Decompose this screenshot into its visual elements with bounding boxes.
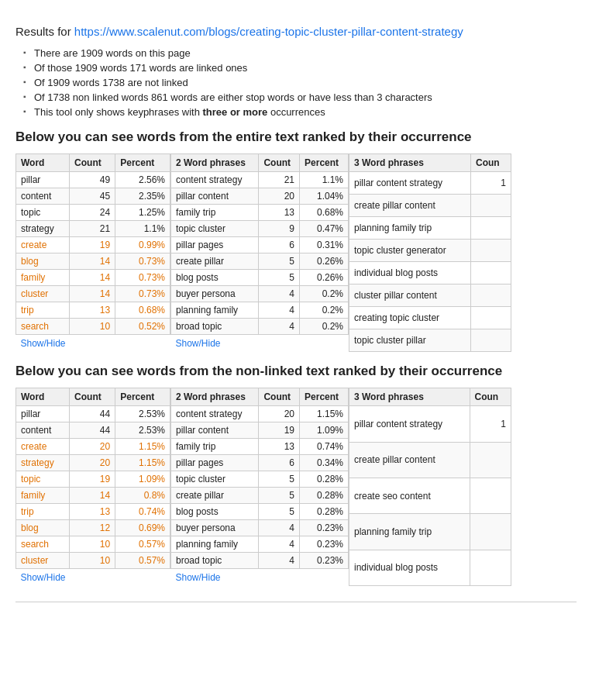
- percent-cell: 0.74%: [300, 439, 349, 455]
- phrase-cell: buyer persona: [171, 520, 259, 536]
- phrase-cell: planning family: [171, 536, 259, 553]
- table-row: search100.57%: [16, 536, 170, 553]
- phrase-cell: pillar content: [171, 422, 259, 439]
- table-row: planning family trip: [349, 217, 511, 240]
- table-row: pillar pages60.31%: [171, 237, 349, 253]
- percent-cell: 0.23%: [300, 553, 349, 569]
- count-cell: 12: [70, 520, 115, 536]
- table-row: topic cluster pillar: [349, 329, 511, 352]
- count-cell: 10: [70, 536, 115, 553]
- table-row: family trip130.74%: [171, 439, 349, 455]
- col-phrase3-2: 3 Word phrases: [349, 388, 470, 406]
- percent-cell: 1.09%: [115, 471, 170, 488]
- table-row: blog posts50.26%: [171, 270, 349, 286]
- table-row: content strategy211.1%: [171, 172, 349, 188]
- count-cell: 5: [259, 253, 300, 270]
- table-row: planning family40.2%: [171, 302, 349, 319]
- section2-heading: Below you can see words from the non-lin…: [15, 363, 577, 380]
- table-row: planning family trip: [349, 514, 511, 550]
- phrase-cell: broad topic: [171, 319, 259, 335]
- show-hide-1[interactable]: Show/Hide: [21, 338, 66, 349]
- phrase-cell: topic cluster generator: [349, 240, 471, 262]
- bullet-item-4: Of 1738 non linked words 861 words are e…: [23, 91, 577, 103]
- percent-cell: 0.52%: [115, 319, 170, 335]
- count-cell: [470, 329, 511, 352]
- word-cell: create: [16, 237, 70, 253]
- phrase-cell: create pillar content: [349, 195, 471, 217]
- table-row: topic cluster90.47%: [171, 221, 349, 237]
- phrase-cell: blog posts: [171, 270, 259, 286]
- table-row: family140.8%: [16, 488, 170, 504]
- phrase3-table-2: 3 Word phrases Coun pillar content strat…: [349, 388, 511, 586]
- percent-cell: 0.28%: [300, 488, 349, 504]
- count-cell: 14: [70, 286, 115, 302]
- word-cell: cluster: [16, 286, 70, 302]
- page-divider: [15, 602, 577, 602]
- phrase-cell: family trip: [171, 439, 259, 455]
- count-cell: 19: [70, 237, 115, 253]
- table-row: blog120.69%: [16, 520, 170, 536]
- percent-cell: 0.73%: [115, 286, 170, 302]
- count-cell: 6: [259, 237, 300, 253]
- show-hide-3[interactable]: Show/Hide: [21, 572, 66, 583]
- count-cell: 24: [70, 205, 115, 221]
- percent-cell: 1.25%: [115, 205, 170, 221]
- table-row: pillar content strategy1: [349, 172, 511, 195]
- percent-cell: 1.09%: [300, 422, 349, 439]
- bullet-item-5: This tool only shows keyphrases with thr…: [23, 106, 577, 118]
- count-cell: 13: [70, 504, 115, 520]
- show-hide-2[interactable]: Show/Hide: [176, 338, 221, 349]
- percent-cell: 0.31%: [300, 237, 349, 253]
- percent-cell: 0.57%: [115, 553, 170, 569]
- count-cell: [470, 217, 511, 240]
- col-count3-1: Coun: [470, 154, 511, 172]
- count-cell: 5: [259, 471, 300, 488]
- count-cell: 4: [259, 286, 300, 302]
- count-cell: [470, 284, 511, 307]
- percent-cell: 1.15%: [115, 439, 170, 455]
- percent-cell: 0.26%: [300, 270, 349, 286]
- table-row: buyer persona40.23%: [171, 520, 349, 536]
- percent-cell: 0.57%: [115, 536, 170, 553]
- phrase-cell: topic cluster: [171, 471, 259, 488]
- table-row: trip130.74%: [16, 504, 170, 520]
- table-row: pillar content191.09%: [171, 422, 349, 439]
- table-row: create pillar50.26%: [171, 253, 349, 270]
- table-row: topic191.09%: [16, 471, 170, 488]
- table-row: search100.52%: [16, 319, 170, 335]
- phrase-cell: cluster pillar content: [349, 284, 471, 307]
- phrase-cell: planning family trip: [349, 217, 471, 240]
- col-percent2-1: Percent: [300, 154, 349, 172]
- percent-cell: 0.69%: [115, 520, 170, 536]
- phrase-cell: broad topic: [171, 553, 259, 569]
- count-cell: [470, 195, 511, 217]
- percent-cell: 0.47%: [300, 221, 349, 237]
- word-cell: topic: [16, 471, 70, 488]
- phrase2-table-1: 2 Word phrases Count Percent content str…: [170, 153, 349, 352]
- phrase-cell: creating topic cluster: [349, 307, 471, 329]
- percent-cell: 1.1%: [300, 172, 349, 188]
- table-row: blog140.73%: [16, 253, 170, 270]
- table-row: topic241.25%: [16, 205, 170, 221]
- count-cell: 10: [70, 553, 115, 569]
- bullet-item-2: Of those 1909 words 171 words are linked…: [23, 62, 577, 74]
- percent-cell: 0.73%: [115, 253, 170, 270]
- table-row: individual blog posts: [349, 550, 511, 585]
- word-cell: content: [16, 422, 70, 439]
- percent-cell: 0.2%: [300, 319, 349, 335]
- table-row: strategy211.1%: [16, 221, 170, 237]
- table-row: create pillar content: [349, 442, 511, 478]
- count-cell: 49: [70, 172, 115, 188]
- count-cell: 19: [70, 471, 115, 488]
- col-word-1: Word: [16, 154, 70, 172]
- count-cell: [470, 478, 511, 513]
- table-row: topic cluster generator: [349, 240, 511, 262]
- col-count-2: Count: [70, 388, 115, 406]
- word-cell: topic: [16, 205, 70, 221]
- percent-cell: 0.23%: [300, 520, 349, 536]
- count-cell: 14: [70, 488, 115, 504]
- percent-cell: 0.68%: [300, 205, 349, 221]
- results-url[interactable]: https://www.scalenut.com/blogs/creating-…: [74, 25, 463, 38]
- percent-cell: 0.34%: [300, 455, 349, 471]
- show-hide-4[interactable]: Show/Hide: [176, 572, 221, 583]
